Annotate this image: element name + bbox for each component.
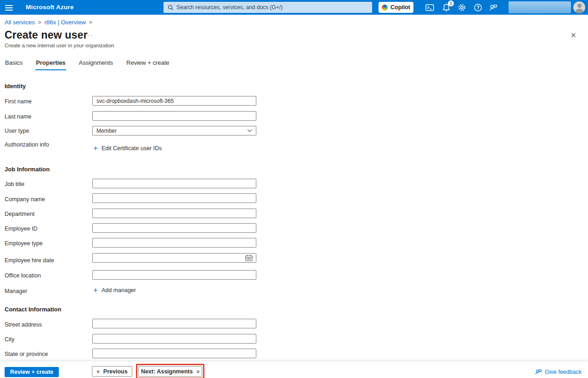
page-subtitle: Create a new internal user in your organ…: [5, 43, 114, 48]
employee-hire-date-label: Employee hire date: [5, 257, 54, 264]
plus-icon: +: [93, 144, 98, 152]
tab-review-create[interactable]: Review + create: [126, 59, 170, 70]
gear-icon: [459, 5, 464, 10]
chevron-left-icon: <: [96, 369, 99, 374]
company-name-label: Company name: [5, 196, 45, 203]
give-feedback-link[interactable]: Give feedback: [535, 368, 582, 375]
breadcrumb: All services>r86x | Overview>: [5, 19, 96, 26]
terminal-icon: [428, 6, 429, 9]
job-title-label: Job title: [5, 181, 24, 187]
copilot-button[interactable]: Copilot: [379, 2, 413, 13]
tab-assignments[interactable]: Assignments: [79, 59, 113, 70]
breadcrumb-r86x-overview[interactable]: r86x | Overview: [45, 19, 86, 26]
portal-home-link[interactable]: Microsoft Azure: [26, 4, 74, 11]
company-name-input[interactable]: [92, 193, 256, 203]
hamburger-icon: [5, 5, 13, 6]
department-input[interactable]: [92, 209, 256, 218]
breadcrumb-separator: >: [89, 19, 92, 26]
more-options-button[interactable]: ···: [85, 32, 93, 39]
user-type-label: User type: [5, 128, 29, 134]
chevron-right-icon: >: [197, 369, 199, 374]
first-name-label: First name: [5, 98, 32, 105]
authorization-info-label: Authorization info: [5, 141, 49, 148]
page-title: Create new user: [5, 29, 88, 41]
chevron-down-icon: [247, 129, 252, 132]
employee-hire-date-input[interactable]: [92, 253, 256, 263]
state-or-province-input[interactable]: [92, 349, 256, 358]
user-type-select[interactable]: Member: [92, 126, 256, 135]
street-address-label: Street address: [5, 322, 42, 328]
office-location-label: Office location: [5, 272, 41, 279]
employee-id-label: Employee ID: [5, 226, 38, 232]
city-input[interactable]: [92, 334, 256, 344]
section-heading-job-information: Job Information: [5, 166, 50, 173]
next-assignments-button[interactable]: Next: Assignments >: [138, 366, 202, 377]
breadcrumb-all-services[interactable]: All services: [5, 19, 35, 26]
add-manager-link[interactable]: + Add manager: [93, 286, 136, 294]
plus-icon: +: [93, 286, 98, 294]
last-name-input[interactable]: [92, 111, 256, 121]
breadcrumb-separator: >: [38, 19, 41, 26]
edit-certificate-user-ids-link[interactable]: + Edit Certificate user IDs: [93, 144, 162, 152]
app-root: Microsoft Azure Copilot 1: [0, 0, 588, 378]
wizard-tabs: Basics Properties Assignments Review + c…: [5, 59, 170, 70]
city-label: City: [5, 336, 15, 343]
global-search: [164, 2, 372, 13]
department-label: Department: [5, 211, 34, 217]
search-input[interactable]: [176, 4, 368, 11]
account-info-redacted: [509, 1, 571, 13]
give-feedback-icon: [535, 368, 542, 375]
tab-properties[interactable]: Properties: [35, 59, 66, 70]
settings-button[interactable]: [458, 3, 466, 12]
first-name-input[interactable]: [92, 96, 256, 106]
calendar-icon[interactable]: [245, 254, 253, 261]
review-create-button[interactable]: Review + create: [5, 367, 59, 377]
footer-bar: [0, 361, 588, 378]
cloud-shell-button[interactable]: [425, 3, 434, 12]
section-heading-identity: Identity: [5, 83, 26, 90]
section-heading-contact-information: Contact Information: [5, 306, 62, 313]
previous-button[interactable]: < Previous: [92, 366, 132, 377]
tab-basics[interactable]: Basics: [5, 59, 23, 70]
last-name-label: Last name: [5, 113, 31, 120]
manager-label: Manager: [5, 288, 27, 294]
office-location-input[interactable]: [92, 270, 256, 280]
hamburger-menu-button[interactable]: [5, 4, 13, 11]
employee-type-label: Employee type: [5, 240, 43, 247]
topbar: Microsoft Azure Copilot 1: [0, 0, 588, 15]
employee-id-input[interactable]: [92, 223, 256, 233]
account-avatar[interactable]: [573, 1, 585, 13]
notification-badge: 1: [448, 0, 454, 6]
copilot-icon: [382, 5, 388, 11]
close-icon[interactable]: ✕: [571, 31, 577, 39]
job-title-input[interactable]: [92, 179, 256, 188]
help-button[interactable]: ?: [474, 3, 482, 12]
avatar-person-icon: [577, 4, 582, 8]
employee-type-input[interactable]: [92, 238, 256, 248]
state-or-province-label: State or province: [5, 351, 48, 357]
street-address-input[interactable]: [92, 319, 256, 328]
search-icon: [168, 5, 174, 11]
svg-text:?: ?: [476, 5, 479, 10]
feedback-icon: [491, 6, 493, 8]
feedback-button[interactable]: [489, 3, 498, 12]
